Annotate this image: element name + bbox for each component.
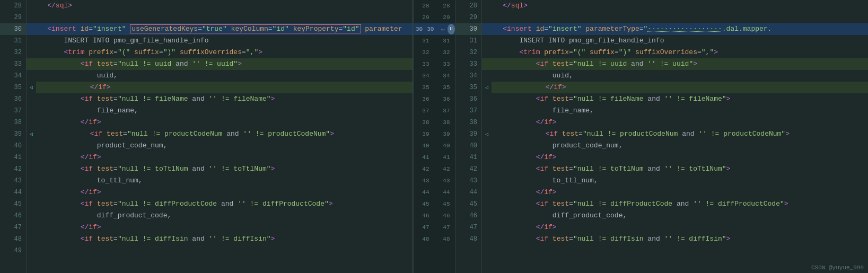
line-number: 41 bbox=[455, 152, 481, 163]
left-pane: 28 29 30 31 32 33 34 35 36 37 38 39 40 4… bbox=[0, 0, 413, 273]
left-line-num: 34 bbox=[417, 73, 432, 79]
right-line-num: 42 bbox=[437, 166, 452, 172]
right-line-num: 35 bbox=[437, 84, 452, 91]
code-line: file_name, bbox=[482, 105, 868, 117]
left-line-num: 29 bbox=[417, 14, 432, 21]
right-line-num: 28 bbox=[437, 3, 452, 9]
code-line: </if> bbox=[482, 187, 868, 198]
editor-container: 28 29 30 31 32 33 34 35 36 37 38 39 40 4… bbox=[0, 0, 868, 273]
line-number: 31 bbox=[455, 35, 481, 47]
line-number: 32 bbox=[0, 47, 26, 58]
center-line-item: 43 43 bbox=[414, 175, 455, 187]
left-gutter: 28 29 30 31 32 33 34 35 36 37 38 39 40 4… bbox=[0, 0, 27, 273]
line-number: 35 bbox=[455, 82, 481, 93]
line-number: 40 bbox=[455, 140, 481, 152]
line-number: 45 bbox=[0, 198, 26, 210]
code-line: <if test="null != diffIsin and '' != dif… bbox=[27, 233, 413, 245]
code-line: ◁ <if test="null != productCodeNum and '… bbox=[27, 128, 413, 140]
avatar: U bbox=[448, 24, 455, 34]
code-line: <if test="null != fileName and '' != fil… bbox=[482, 93, 868, 105]
line-number: 44 bbox=[0, 187, 26, 198]
line-number: 38 bbox=[0, 117, 26, 128]
line-number: 30 bbox=[455, 23, 481, 35]
right-code-area[interactable]: </sql> <insert id="insert" parameterType… bbox=[482, 0, 868, 273]
code-line: </if> bbox=[27, 117, 413, 128]
line-number: 29 bbox=[455, 12, 481, 23]
line-number: 38 bbox=[455, 117, 481, 128]
line-number: 34 bbox=[455, 70, 481, 82]
right-line-num: 43 bbox=[437, 178, 452, 184]
right-line-num: 31 bbox=[437, 38, 452, 44]
code-line: diff_product_code, bbox=[27, 210, 413, 222]
line-number: 47 bbox=[0, 222, 26, 233]
code-line bbox=[27, 12, 413, 23]
left-line-num: 43 bbox=[417, 178, 432, 184]
right-line-num: 45 bbox=[437, 201, 452, 207]
left-line-num: 33 bbox=[417, 61, 432, 67]
code-line: <if test="null != toTtlNum and '' != toT… bbox=[27, 163, 413, 175]
line-number: 42 bbox=[0, 163, 26, 175]
code-line: ◁ </if> bbox=[482, 82, 868, 93]
code-line: </if> bbox=[482, 222, 868, 233]
code-line-active: <insert id="insert" useGeneratedKeys="tr… bbox=[27, 23, 413, 35]
center-line-item: 45 45 bbox=[414, 198, 455, 210]
left-line-num: 38 bbox=[417, 119, 432, 126]
code-line: </sql> bbox=[482, 0, 868, 12]
code-line: </if> bbox=[27, 152, 413, 163]
code-line: INSERT INTO pmo_gm_file_handle_info bbox=[27, 35, 413, 47]
center-line-item: 37 37 bbox=[414, 105, 455, 117]
center-line-item: 40 40 bbox=[414, 140, 455, 152]
line-number: 41 bbox=[0, 152, 26, 163]
line-number: 43 bbox=[0, 175, 26, 187]
watermark: CSDN @yuyue_999 bbox=[811, 265, 864, 271]
line-number: 33 bbox=[455, 58, 481, 70]
center-line-item: 35 35 bbox=[414, 82, 455, 93]
center-line-item: 32 32 bbox=[414, 47, 455, 58]
left-line-num: 46 bbox=[417, 213, 432, 219]
right-line-num: 37 bbox=[437, 108, 452, 114]
line-number: 36 bbox=[455, 93, 481, 105]
right-line-num: 47 bbox=[437, 224, 452, 231]
line-number: 45 bbox=[455, 198, 481, 210]
line-number: 39 bbox=[0, 128, 26, 140]
left-line-num: 42 bbox=[417, 166, 432, 172]
line-number: 34 bbox=[0, 70, 26, 82]
code-line: <trim prefix="(" suffix=")" suffixOverri… bbox=[27, 47, 413, 58]
left-line-num: 28 bbox=[417, 3, 432, 9]
left-code-area[interactable]: </sql> <insert id="insert" useGeneratedK… bbox=[27, 0, 413, 273]
code-line: to_ttl_num, bbox=[482, 175, 868, 187]
diff-arrow-icon: ⇐ bbox=[436, 25, 447, 34]
left-line-num: 39 bbox=[417, 131, 432, 137]
right-line-num: 36 bbox=[437, 96, 452, 102]
line-number: 44 bbox=[455, 187, 481, 198]
right-line-num: 34 bbox=[437, 73, 452, 79]
line-number: 46 bbox=[455, 210, 481, 222]
code-line: <if test="null != toTtlNum and '' != toT… bbox=[482, 163, 868, 175]
center-line-item: 41 41 bbox=[414, 152, 455, 163]
left-line-num: 47 bbox=[417, 224, 432, 231]
code-line: uuid, bbox=[27, 70, 413, 82]
right-line-num: 40 bbox=[437, 143, 452, 149]
code-line: <if test="null != uuid and '' != uuid"> bbox=[27, 58, 413, 70]
right-line-num: 30 bbox=[425, 26, 436, 32]
right-line-num: 29 bbox=[437, 14, 452, 21]
right-line-num: 32 bbox=[437, 49, 452, 56]
code-line: <if test="null != diffProductCode and ''… bbox=[482, 198, 868, 210]
left-line-num: 31 bbox=[417, 38, 432, 44]
line-number: 40 bbox=[0, 140, 26, 152]
code-line: product_code_num, bbox=[27, 140, 413, 152]
center-line-item: 34 34 bbox=[414, 70, 455, 82]
left-line-num: 48 bbox=[417, 236, 432, 242]
line-number: 32 bbox=[455, 47, 481, 58]
code-line: </if> bbox=[482, 117, 868, 128]
center-line-item: 42 42 bbox=[414, 163, 455, 175]
code-line: <if test="null != diffIsin and '' != dif… bbox=[482, 233, 868, 245]
code-line: </if> bbox=[27, 187, 413, 198]
left-line-num: 44 bbox=[417, 189, 432, 196]
code-line: INSERT INTO pmo_gm_file_handle_info bbox=[482, 35, 868, 47]
center-line-item: 48 48 bbox=[414, 233, 455, 245]
line-number: 39 bbox=[455, 128, 481, 140]
code-line bbox=[482, 12, 868, 23]
center-line-item: 46 46 bbox=[414, 210, 455, 222]
diff-marker: ◁ bbox=[27, 82, 36, 93]
